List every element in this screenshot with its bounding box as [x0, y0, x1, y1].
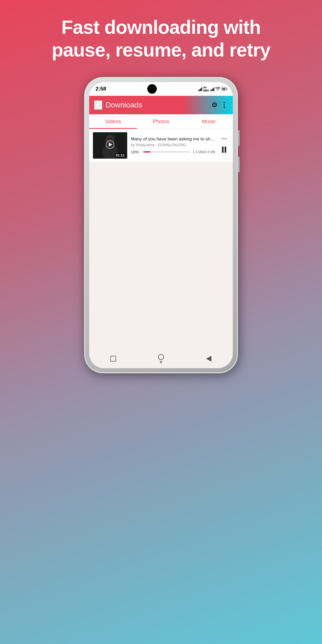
back-button[interactable]: ←: [94, 100, 102, 110]
bottom-navigation: [89, 349, 233, 368]
nav-home-button[interactable]: [155, 353, 167, 364]
headline-text: Fast downloading with pause, resume, and…: [31, 0, 291, 72]
tab-music[interactable]: Music: [185, 114, 233, 129]
app-bar: ← Downloads ⚙ ⋮: [89, 96, 233, 114]
download-item: 01:11 Many of you have been asking me to…: [89, 129, 233, 162]
play-triangle-icon: [109, 143, 112, 147]
svg-point-4: [108, 138, 110, 140]
home-dot-icon: [160, 361, 162, 363]
progress-row: 16% 1.4 MB/8.9 MB: [131, 150, 215, 154]
phone-screen: 2:58 VoWiFi: [89, 82, 233, 368]
progress-percentage: 16%: [131, 150, 140, 154]
signal2-icon: [210, 87, 214, 91]
download-title: Many of you have been asking me to share…: [131, 136, 215, 142]
pause-icon: [222, 146, 226, 153]
progress-bar-container: [143, 151, 190, 153]
app-bar-title: Downloads: [106, 101, 208, 109]
status-icons: VoWiFi 88: [198, 86, 226, 92]
pause-bar-right: [225, 146, 226, 153]
pause-bar-left: [222, 146, 224, 153]
headline-line2: pause, resume, and retry: [52, 39, 270, 60]
tab-photos[interactable]: Photos: [137, 114, 185, 129]
headline-line1: Fast downloading with: [61, 17, 261, 38]
download-subtitle: by khaby.lame - DOWNLOADING: [131, 143, 215, 147]
tab-photos-label: Photos: [153, 119, 169, 125]
download-actions: ⋮: [219, 136, 229, 155]
settings-button[interactable]: ⚙: [211, 101, 217, 109]
video-thumbnail[interactable]: 01:11: [93, 132, 127, 159]
content-area: 01:11 Many of you have been asking me to…: [89, 129, 233, 349]
download-info: Many of you have been asking me to share…: [131, 136, 215, 154]
item-more-button[interactable]: ⋮: [221, 136, 227, 142]
more-options-button[interactable]: ⋮: [221, 102, 228, 108]
tab-videos-label: Videos: [105, 119, 121, 125]
download-size: 1.4 MB/8.9 MB: [193, 150, 215, 154]
video-duration: 01:11: [115, 153, 126, 158]
signal-icon: [198, 87, 202, 91]
camera-notch: [147, 84, 157, 94]
status-time: 2:58: [96, 86, 106, 92]
home-circle-icon: [158, 354, 164, 360]
recent-icon: [110, 356, 116, 362]
battery-level: 88: [222, 87, 225, 91]
back-triangle-icon: [206, 356, 211, 362]
progress-bar-fill: [143, 151, 150, 153]
nav-back-button[interactable]: [203, 353, 215, 364]
tab-music-label: Music: [202, 119, 216, 125]
pause-button[interactable]: [219, 145, 229, 155]
tab-videos[interactable]: Videos: [89, 114, 137, 129]
play-button-overlay: [106, 140, 114, 149]
status-bar: 2:58 VoWiFi: [89, 82, 233, 96]
vo-wifi-label: VoWiFi: [203, 86, 209, 92]
nav-recent-button[interactable]: [107, 353, 119, 364]
battery-icon: 88: [221, 87, 226, 91]
tabs-bar: Videos Photos Music: [89, 114, 233, 129]
phone-mockup: 2:58 VoWiFi: [84, 77, 238, 373]
wifi-icon: [215, 87, 220, 91]
svg-point-5: [111, 138, 112, 140]
